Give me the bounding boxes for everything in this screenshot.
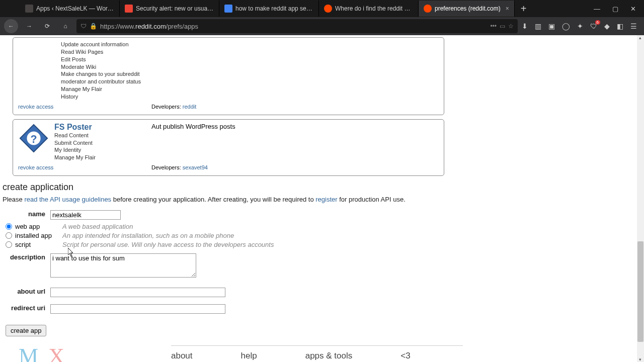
reload-button[interactable]: ⟳: [40, 19, 54, 33]
radio-web-app[interactable]: [6, 223, 12, 230]
description-label: description: [3, 253, 50, 261]
reddit-icon: [424, 5, 432, 13]
bookmark-icon[interactable]: ☆: [508, 23, 514, 30]
redirect-uri-input[interactable]: [50, 304, 225, 314]
footer-about[interactable]: about: [171, 351, 193, 361]
back-button[interactable]: ←: [4, 19, 18, 33]
description-input[interactable]: [50, 253, 196, 278]
permissions-list: Update account informationRead Wiki Page…: [18, 41, 439, 101]
scrollbar-thumb[interactable]: [637, 241, 643, 342]
adblock-icon[interactable]: 🛡6: [590, 22, 597, 30]
home-button[interactable]: ⌂: [58, 19, 72, 33]
scroll-up-icon[interactable]: ▴: [637, 35, 643, 40]
tab-reddit-prefs[interactable]: preferences (reddit.com)×: [419, 1, 515, 17]
app-name: FS Poster: [54, 123, 439, 132]
library-icon[interactable]: ▥: [535, 22, 541, 30]
ext-icon-1[interactable]: ✦: [577, 22, 583, 30]
api-guidelines-link[interactable]: read the API usage guidelines: [24, 196, 111, 203]
tab-wordpress[interactable]: Apps ‹ NextSaleLK — WordPress: [20, 1, 120, 17]
about-url-input[interactable]: [50, 288, 225, 297]
tab-reddit-where[interactable]: Where do i find the reddit client: [319, 1, 419, 17]
revoke-access-link[interactable]: revoke access: [18, 164, 53, 170]
ext-icon-3[interactable]: ◧: [617, 22, 623, 30]
tab-gmail[interactable]: Security alert: new or usual Tw: [120, 1, 219, 17]
guideline-text: Please read the API usage guidelines bef…: [3, 196, 634, 203]
forward-button[interactable]: →: [22, 19, 36, 33]
register-link[interactable]: register: [315, 196, 337, 203]
reddit-icon: [324, 5, 332, 13]
download-icon[interactable]: ⬇: [522, 22, 528, 30]
app-description: Aut publish WordPress posts: [151, 123, 235, 130]
menu-icon[interactable]: ☰: [630, 22, 637, 30]
app-icon: ?: [18, 123, 49, 154]
radio-installed-app[interactable]: [6, 232, 12, 239]
account-icon[interactable]: ◯: [562, 22, 570, 30]
tab-google[interactable]: how to make reddit app secret k: [219, 1, 319, 17]
svg-text:?: ?: [30, 133, 37, 145]
developer-link[interactable]: reddit: [183, 104, 197, 110]
lock-icon: 🔒: [90, 23, 97, 30]
footer-links: about help apps & tools <3: [171, 345, 463, 361]
gmail-icon: [125, 5, 133, 13]
radio-script[interactable]: [6, 241, 12, 248]
scroll-down-icon[interactable]: ▾: [637, 357, 643, 362]
app-card-fsposter: ? FS Poster Read ContentSubmit ContentMy…: [13, 119, 444, 176]
nav-bar: ← → ⟳ ⌂ 🛡 🔒 https://www.reddit.com/prefs…: [0, 17, 644, 35]
scrollbar[interactable]: ▴ ▾: [637, 35, 644, 362]
ext-icon-2[interactable]: ◆: [604, 22, 610, 30]
google-icon: [224, 5, 232, 13]
name-input[interactable]: [50, 210, 121, 220]
sidebar-icon[interactable]: ▣: [548, 22, 555, 30]
new-tab-button[interactable]: +: [515, 3, 533, 15]
footer-apps[interactable]: apps & tools: [305, 351, 353, 361]
create-app-button[interactable]: create app: [6, 325, 46, 336]
tab-bar: Apps ‹ NextSaleLK — WordPress Security a…: [0, 0, 644, 17]
maximize-button[interactable]: ▢: [612, 5, 618, 13]
wordpress-icon: [25, 5, 33, 13]
about-url-label: about url: [3, 288, 50, 295]
create-app-heading: create application: [3, 182, 634, 193]
developer-link[interactable]: sexavet94: [183, 164, 208, 170]
footer-help[interactable]: help: [241, 351, 257, 361]
shield-icon: 🛡: [80, 23, 87, 30]
close-tab-icon[interactable]: ×: [506, 5, 509, 12]
url-bar[interactable]: 🛡 🔒 https://www.reddit.com/prefs/apps ••…: [76, 19, 518, 33]
page-content: Update account informationRead Wiki Page…: [0, 35, 644, 362]
more-icon[interactable]: •••: [490, 23, 497, 30]
name-label: name: [3, 210, 50, 218]
app-card-reddit: Update account informationRead Wiki Page…: [13, 37, 444, 115]
revoke-access-link[interactable]: revoke access: [18, 104, 53, 110]
footer-heart[interactable]: <3: [400, 351, 410, 361]
reader-icon[interactable]: ▭: [500, 23, 505, 30]
permissions-list: Read ContentSubmit ContentMy IdentityMan…: [54, 132, 439, 161]
redirect-uri-label: redirect uri: [3, 304, 50, 312]
minimize-button[interactable]: —: [594, 5, 600, 13]
close-window-button[interactable]: ✕: [630, 5, 636, 13]
